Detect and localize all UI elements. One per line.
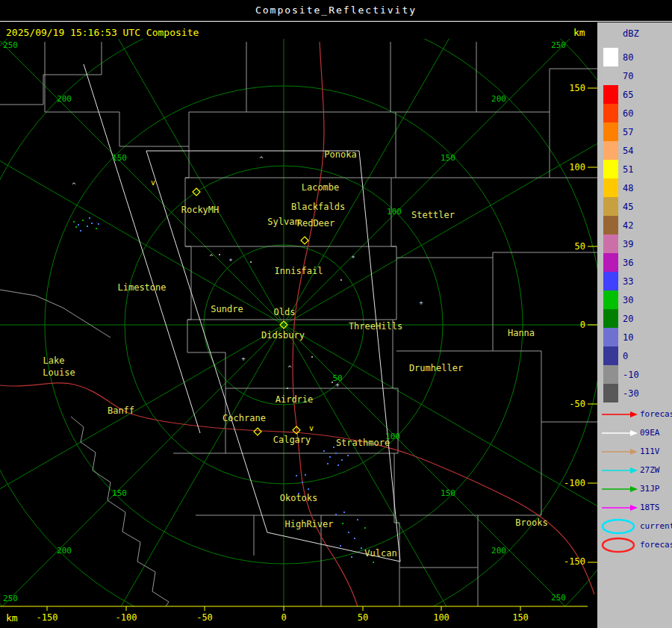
colorbar-swatch-30 <box>603 290 618 309</box>
legend-label: 111V <box>640 447 660 456</box>
legend-label: current <box>640 521 672 531</box>
station-glyphs: ^^^^ +++ ** <box>72 155 423 389</box>
colorbar-row: 42 <box>603 216 639 234</box>
colorbar-swatch-51 <box>603 160 618 178</box>
111V-arrow-icon <box>600 447 638 456</box>
colorbar-value-label: 0 <box>623 351 628 361</box>
27ZW-arrow-icon <box>600 466 638 475</box>
legend-label: 18TS <box>640 503 660 512</box>
svg-text:+: + <box>335 381 340 388</box>
legend-row-111V: 111V <box>600 442 672 461</box>
colorbar-swatch-65 <box>603 85 618 104</box>
colorbar-swatch-0 <box>603 346 618 365</box>
forecast-ellipse-icon <box>600 536 638 554</box>
colorbar-value-label: 39 <box>623 239 633 249</box>
colorbar-row: 70 <box>603 66 639 85</box>
colorbar-row: 51 <box>603 160 639 178</box>
svg-text:v: v <box>151 178 155 187</box>
colorbar-value-label: 65 <box>623 90 633 100</box>
colorbar-row: 45 <box>603 197 639 216</box>
colorbar-swatch-48 <box>603 178 618 197</box>
colorbar-value-label: 33 <box>623 276 633 287</box>
colorbar-swatch-80 <box>603 48 618 66</box>
sidebar: dBZ 807065605754514845423936333020100-10… <box>597 22 672 628</box>
colorbar-row: 20 <box>603 309 639 328</box>
colorbar-value-label: 36 <box>623 258 633 268</box>
svg-text:+: + <box>241 355 246 362</box>
svg-text:v: v <box>309 424 314 432</box>
svg-text:+: + <box>419 299 423 306</box>
legend-label: 09EA <box>640 428 660 438</box>
colorbar-value-label: 30 <box>623 295 633 305</box>
colorbar-row: 36 <box>603 253 639 272</box>
colorbar-value-label: 80 <box>623 52 633 63</box>
colorbar-row: -30 <box>603 384 639 402</box>
radar-map-display[interactable]: ^^^^ +++ ** vv <box>0 0 597 628</box>
legend-row-ellipse-forecast: forecast <box>600 535 672 554</box>
svg-text:*: * <box>228 258 232 265</box>
colorbar-row: 0 <box>603 346 639 365</box>
colorbar-swatch-45 <box>603 197 618 216</box>
colorbar-row: 39 <box>603 234 639 253</box>
legend-row-ellipse-current: current <box>600 517 672 535</box>
svg-text:^: ^ <box>72 181 76 189</box>
colorbar-swatch-42 <box>603 216 618 234</box>
colorbar-value-label: 51 <box>623 164 633 175</box>
colorbar-row: 54 <box>603 141 639 160</box>
colorbar-value-label: 60 <box>623 108 633 119</box>
svg-text:*: * <box>351 255 355 262</box>
legend-label: 31JP <box>640 484 660 494</box>
forecast-arrow-icon <box>600 410 638 419</box>
legend-label: forecast <box>640 409 672 419</box>
colorbar-swatch-33 <box>603 272 618 290</box>
svg-text:^: ^ <box>209 253 214 261</box>
colorbar-swatch-36 <box>603 253 618 272</box>
09EA-arrow-icon <box>600 429 638 438</box>
colorbar-title: dBZ <box>623 28 639 39</box>
legend: forecast09EA111V27ZW31JP18TScurrentforec… <box>600 405 672 554</box>
svg-text:^: ^ <box>287 364 292 372</box>
county-boundaries-icon <box>0 42 597 606</box>
colorbar-row: 65 <box>603 85 639 104</box>
colorbar-swatch-39 <box>603 234 618 253</box>
colorbar-row: -10 <box>603 365 639 384</box>
colorbar-value-label: 48 <box>623 183 633 193</box>
legend-label: forecast <box>640 540 672 550</box>
colorbar-swatch-57 <box>603 122 618 141</box>
31JP-arrow-icon <box>600 485 638 494</box>
colorbar-value-label: 10 <box>623 332 633 343</box>
colorbar-row: 57 <box>603 122 639 141</box>
colorbar-value-label: -30 <box>623 388 639 399</box>
colorbar-value-label: 45 <box>623 202 633 212</box>
colorbar-row: 10 <box>603 328 639 346</box>
colorbar-row: 80 <box>603 48 639 66</box>
colorbar-value-label: 70 <box>623 71 633 81</box>
colorbar-entries: 807065605754514845423936333020100-10-30 <box>603 48 639 402</box>
legend-row-09EA: 09EA <box>600 423 672 442</box>
colorbar-swatch--30 <box>603 384 618 402</box>
legend-row-forecast: forecast <box>600 405 672 423</box>
legend-row-27ZW: 27ZW <box>600 461 672 479</box>
colorbar-value-label: 42 <box>623 220 633 231</box>
colorbar-value-label: 57 <box>623 127 633 137</box>
colorbar-swatch-60 <box>603 104 618 122</box>
18TS-arrow-icon <box>600 503 638 512</box>
colorbar-swatch-20 <box>603 309 618 328</box>
legend-row-18TS: 18TS <box>600 498 672 517</box>
current-ellipse-icon <box>600 517 638 535</box>
colorbar-value-label: 20 <box>623 314 633 324</box>
colorbar-row: 30 <box>603 290 639 309</box>
colorbar-row: 60 <box>603 104 639 122</box>
colorbar-swatch--10 <box>603 365 618 384</box>
colorbar-value-label: 54 <box>623 146 633 156</box>
colorbar-swatch-54 <box>603 141 618 160</box>
colorbar-value-label: -10 <box>623 370 639 380</box>
legend-row-31JP: 31JP <box>600 479 672 498</box>
precip-echoes <box>73 217 374 563</box>
svg-text:^: ^ <box>259 155 264 163</box>
colorbar-row: 48 <box>603 178 639 197</box>
colorbar-swatch-70 <box>603 66 618 85</box>
coverage-outline-icon <box>84 64 400 562</box>
legend-label: 27ZW <box>640 465 660 475</box>
range-rings-icon <box>0 0 597 628</box>
